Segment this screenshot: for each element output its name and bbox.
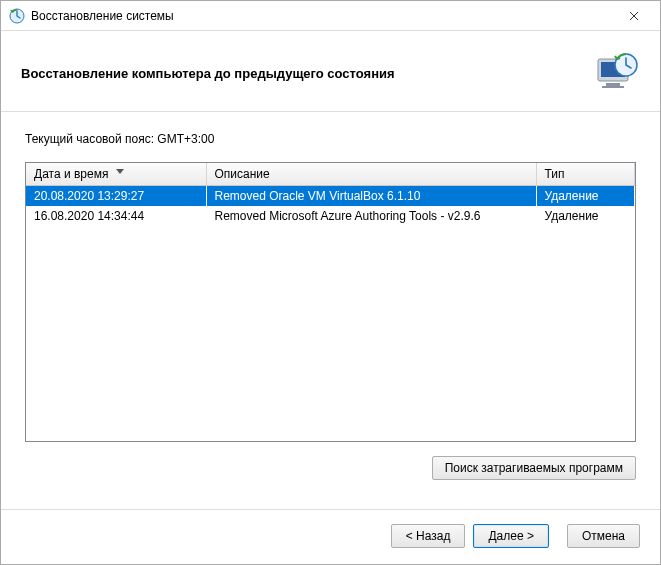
table-row[interactable]: 16.08.2020 14:34:44Removed Microsoft Azu… [26,206,635,226]
wizard-footer: < Назад Далее > Отмена [1,509,660,564]
cancel-button[interactable]: Отмена [567,524,640,548]
page-title: Восстановление компьютера до предыдущего… [21,66,592,81]
column-header-type[interactable]: Тип [536,163,635,186]
scan-affected-programs-button[interactable]: Поиск затрагиваемых программ [432,456,636,480]
column-header-description[interactable]: Описание [206,163,536,186]
scan-button-row: Поиск затрагиваемых программ [25,456,636,480]
restore-icon [592,49,640,97]
close-button[interactable] [614,2,654,30]
svg-rect-3 [606,83,620,86]
app-icon [9,8,25,24]
cell-description: Removed Microsoft Azure Authoring Tools … [206,206,536,226]
system-restore-window: Восстановление системы Восстановление ко… [0,0,661,565]
svg-rect-4 [602,86,624,88]
titlebar: Восстановление системы [1,1,660,31]
timezone-label: Текущий часовой пояс: GMT+3:00 [25,132,636,146]
content-area: Текущий часовой пояс: GMT+3:00 Дата и вр… [1,112,660,509]
restore-points-table: Дата и время Описание Тип 20.08.2020 13:… [25,162,636,442]
back-button[interactable]: < Назад [391,524,466,548]
cell-description: Removed Oracle VM VirtualBox 6.1.10 [206,186,536,207]
window-title: Восстановление системы [31,9,614,23]
column-header-datetime[interactable]: Дата и время [26,163,206,186]
next-button[interactable]: Далее > [473,524,549,548]
wizard-header: Восстановление компьютера до предыдущего… [1,31,660,112]
cell-datetime: 20.08.2020 13:29:27 [26,186,206,207]
cell-type: Удаление [536,186,635,207]
table-row[interactable]: 20.08.2020 13:29:27Removed Oracle VM Vir… [26,186,635,207]
cell-type: Удаление [536,206,635,226]
cell-datetime: 16.08.2020 14:34:44 [26,206,206,226]
